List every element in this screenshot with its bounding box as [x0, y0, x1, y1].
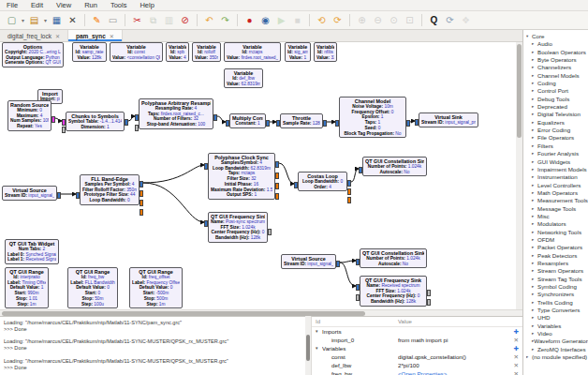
magenta-port[interactable]: [51, 116, 55, 123]
blue-port[interactable]: [204, 220, 208, 227]
tree-item-trellis-coding[interactable]: ▸Trellis Coding: [526, 299, 588, 307]
block-var-def-lbw[interactable]: VariableId: def_lbwValue: 62.8319m: [224, 68, 263, 88]
tree-item-type-converters[interactable]: ▸Type Converters: [526, 307, 588, 314]
variable-row-import_0[interactable]: import_0from math import pi✕: [312, 336, 522, 344]
canvas-horizontal-scrollbar[interactable]: [0, 309, 522, 316]
variable-group-Variables[interactable]: ▾Variables✚: [312, 344, 522, 352]
block-fll-band-edge[interactable]: FLL Band-EdgeSamples Per Symbol: 4Filter…: [80, 174, 140, 205]
blue-port[interactable]: [347, 180, 351, 187]
block-resampler[interactable]: Polyphase Arbitrary ResamplerResampling …: [139, 98, 213, 129]
blue-port[interactable]: [276, 120, 280, 127]
tab-pam_sync[interactable]: pam_sync✕: [68, 30, 123, 41]
flowgraph-canvas[interactable]: OptionsCopyright: 2020 C...ering LabOutp…: [0, 42, 516, 309]
blue-port[interactable]: [125, 119, 128, 126]
generate-button[interactable]: ◉: [258, 13, 272, 28]
block-var-samp-rate[interactable]: VariableId: samp_rateValue: 128k: [72, 42, 107, 62]
canvas-vertical-scrollbar[interactable]: [516, 42, 522, 309]
block-multiply-const[interactable]: Multiply ConstConstant: 1: [229, 113, 266, 128]
grey-port[interactable]: [356, 294, 360, 301]
tree-item-channelizers[interactable]: ▸Channelizers: [526, 64, 588, 71]
save-button[interactable]: ▦: [50, 13, 64, 28]
tree-item-packet-operators[interactable]: ▸Packet Operators: [526, 244, 588, 251]
block-range-interpratio[interactable]: QT GUI RangeId: interpratioLabel: Timing…: [5, 267, 49, 308]
connection-wire[interactable]: [143, 165, 204, 183]
blue-port[interactable]: [356, 284, 360, 291]
redo-button[interactable]: ↷: [218, 13, 232, 28]
block-var-const[interactable]: VariableId: constValue: <constellation Q…: [110, 42, 163, 62]
blue-port[interactable]: [226, 120, 229, 127]
screen-capture-button[interactable]: ▭: [106, 13, 120, 28]
blue-port[interactable]: [57, 192, 61, 199]
tree-item-uhd[interactable]: ▸UHD: [526, 314, 588, 322]
flowgraph-properties-button[interactable]: ✎: [90, 13, 104, 28]
tree-item-boolean-operators[interactable]: ▸Boolean Operators: [526, 49, 588, 56]
connection-wire[interactable]: [340, 261, 356, 262]
block-costas-loop[interactable]: Costas LoopLoop Bandwidth: 0Order: 4: [298, 172, 347, 191]
orange-port[interactable]: [347, 188, 351, 195]
tree-item-audio[interactable]: ▸Audio: [526, 40, 588, 48]
menu-tools[interactable]: Tools: [104, 1, 134, 9]
tree-item-video[interactable]: ▸Video: [526, 330, 588, 338]
tree-item-networking-tools[interactable]: ▸Networking Tools: [526, 229, 588, 236]
add-icon[interactable]: ✚: [509, 344, 519, 352]
tree-item-instrumentation[interactable]: ▸Instrumentation: [526, 173, 588, 181]
tree-item-variables[interactable]: ▸Variables: [526, 322, 588, 330]
variable-row-def_lbw[interactable]: def_lbw2*pi/100✕: [312, 361, 522, 369]
orange-port[interactable]: [140, 200, 143, 206]
tree-item-zeromq-interfaces[interactable]: ▸ZeroMQ Interfaces: [526, 346, 588, 353]
tree-item-ofdm[interactable]: ▸OFDM: [526, 236, 588, 244]
orange-port[interactable]: [347, 197, 351, 203]
block-var-rolloff[interactable]: VariableId: rolloffValue: 350m: [192, 42, 221, 62]
grey-port[interactable]: [135, 125, 139, 131]
variable-group-Imports[interactable]: ▾Imports✚: [312, 327, 522, 336]
tree-item-coding[interactable]: ▸Coding: [526, 80, 588, 87]
connection-wire[interactable]: [143, 183, 204, 222]
rotate-cw-button[interactable]: ⟳: [331, 13, 345, 28]
orange-port[interactable]: [140, 209, 143, 216]
tree-item-stream-operators[interactable]: ▸Stream Operators: [526, 267, 588, 275]
open-flowgraph-button-dropdown-caret[interactable]: ▾: [42, 17, 49, 23]
variable-value[interactable]: <Open Properties>: [398, 369, 509, 375]
variable-row-freq_bw[interactable]: freq_bw<Open Properties>✕: [312, 369, 522, 375]
grey-port[interactable]: [427, 290, 431, 296]
tree-item-digital-television[interactable]: ▸Digital Television: [526, 111, 588, 118]
blue-port[interactable]: [359, 167, 362, 173]
block-range-freq-offset[interactable]: QT GUI RangeId: freq_offsetLabel: Freque…: [129, 267, 183, 308]
tree-item-channel-models[interactable]: ▸Channel Models: [526, 72, 588, 80]
add-icon[interactable]: ✚: [509, 327, 519, 336]
close-button[interactable]: ✕: [66, 13, 80, 28]
menu-view[interactable]: View: [50, 1, 78, 9]
tree-item-resamplers[interactable]: ▸Resamplers: [526, 260, 588, 267]
tree-item-gui-widgets[interactable]: ▸GUI Widgets: [526, 158, 588, 166]
orange-port[interactable]: [275, 172, 279, 179]
blue-port[interactable]: [406, 120, 410, 127]
tree-item-file-operators[interactable]: ▸File Operators: [526, 134, 588, 142]
block-freq-sink-mid[interactable]: QT GUI Frequency SinkName: Post-sync spe…: [208, 212, 268, 243]
block-throttle[interactable]: ThrottleSample Rate: 128k: [280, 113, 323, 128]
errors-button[interactable]: ●: [243, 13, 257, 28]
grey-port[interactable]: [268, 229, 272, 235]
block-virtual-source-mid[interactable]: Virtual SourceStream ID: input_signal_pr…: [2, 186, 57, 201]
tree-item-debug-tools[interactable]: ▸Debug Tools: [526, 96, 588, 103]
menu-run[interactable]: Run: [78, 1, 104, 9]
connection-wire[interactable]: [128, 116, 135, 121]
blue-port[interactable]: [135, 114, 139, 121]
block-const-sink-bot[interactable]: QT GUI Constellation SinkNumber of Point…: [360, 248, 427, 268]
tree-item-error-coding[interactable]: ▸Error Coding: [526, 127, 588, 134]
tree-root-core[interactable]: ▾Core: [526, 33, 588, 40]
block-virtual-source-bot[interactable]: Virtual SourceStream ID: input_signal_pr…: [281, 254, 336, 269]
tree-item-byte-operators[interactable]: ▸Byte Operators: [526, 56, 588, 64]
blue-port[interactable]: [415, 119, 419, 126]
block-polyphase-clock-sync[interactable]: Polyphase Clock SyncSamples/Symbol: 4Loo…: [208, 153, 275, 200]
menu-help[interactable]: Help: [133, 1, 160, 9]
remove-icon[interactable]: ✕: [509, 361, 519, 369]
block-var-sig-amp[interactable]: VariableId: sig_ampValue: 1: [285, 42, 311, 62]
tree-item-impairment-models[interactable]: ▸Impairment Models: [526, 166, 588, 173]
tree-item-fourier-analysis[interactable]: ▸Fourier Analysis: [526, 150, 588, 158]
tree-item-level-controllers[interactable]: ▸Level Controllers: [526, 182, 588, 189]
tree-item-modulators[interactable]: ▸Modulators: [526, 220, 588, 228]
blue-port[interactable]: [76, 192, 80, 199]
undo-button[interactable]: ↶: [202, 13, 216, 28]
orange-port[interactable]: [275, 183, 279, 189]
tree-item-math-operators[interactable]: ▸Math Operators: [526, 189, 588, 197]
